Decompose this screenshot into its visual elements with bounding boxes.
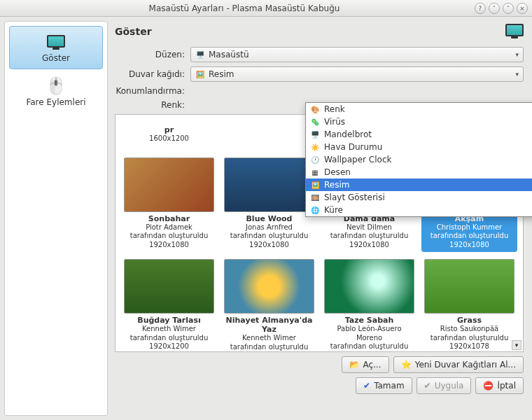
chevron-down-icon: ▾ — [515, 51, 519, 58]
maximize-button[interactable]: ˄ — [503, 3, 514, 14]
thumb-author: Christoph Kummer — [424, 223, 514, 232]
titlebar: Masaüstü Ayarları - Plasma Masaüstü Kabu… — [0, 0, 532, 17]
check-icon: ✔ — [363, 381, 370, 391]
monitor-icon — [13, 32, 99, 52]
chevron-down-icon: ▾ — [515, 71, 519, 78]
wallpaper-thumb[interactable]: Nihayet Almanya'da YazKenneth Wimertaraf… — [221, 256, 317, 352]
option-icon: 🖼️ — [310, 180, 320, 190]
option-icon: 🎨 — [310, 104, 320, 114]
option-icon: 🎞️ — [310, 192, 320, 202]
color-label: Renk: — [115, 100, 190, 110]
help-button[interactable]: ? — [475, 3, 486, 14]
wallpaper-thumb[interactable]: Blue WoodJonas Arnfredtarafından oluştur… — [221, 155, 317, 253]
monitor-icon — [505, 24, 524, 38]
thumb-title: pr — [124, 125, 214, 134]
option-icon: ▦ — [310, 167, 320, 177]
close-button[interactable]: × — [517, 3, 528, 14]
thumbnail-image — [224, 158, 314, 212]
dropdown-item[interactable]: 🦠Virüs — [306, 115, 532, 128]
wallpaper-type-dropdown: 🎨Renk🦠Virüs🖥️Mandelbrot☀️Hava Durumu🕐Wal… — [305, 102, 532, 217]
wallpaper-label: Duvar kağıdı: — [115, 69, 190, 79]
dropdown-item[interactable]: 🎞️Slayt Gösterisi — [306, 191, 532, 204]
thumb-resolution: 1920x1200 — [224, 351, 314, 352]
thumb-resolution: 1920x1080 — [324, 351, 414, 353]
apply-button[interactable]: ✔ Uygula — [416, 377, 472, 394]
thumb-title: Buğday Tarlası — [124, 316, 214, 325]
mouse-icon: 🖱️ — [12, 76, 100, 96]
option-icon: 🖥️ — [310, 130, 320, 139]
thumb-made-by: tarafından oluşturuldu — [324, 342, 414, 351]
cancel-button[interactable]: ⛔ İptal — [475, 377, 524, 394]
thumb-author: Pablo León-Asuero Moreno — [324, 325, 414, 342]
thumb-title: Sonbahar — [124, 214, 214, 223]
thumbnail-image — [124, 259, 214, 314]
get-new-wallpapers-button[interactable]: ⭐ Yeni Duvar Kağıtları Al... — [393, 356, 524, 373]
wallpaper-thumb[interactable]: pr1600x1200 — [121, 120, 217, 146]
wallpaper-combo[interactable]: 🖼️ Resim ▾ — [190, 66, 524, 82]
thumbnail-image — [124, 158, 214, 212]
wallpaper-thumb[interactable]: SonbaharPiotr Adamektarafından oluşturul… — [121, 155, 217, 253]
thumbnail-image — [424, 259, 514, 314]
thumb-made-by: tarafından oluşturuldu — [124, 334, 214, 343]
thumb-resolution: 1600x1200 — [124, 134, 214, 144]
thumb-author: Piotr Adamek — [124, 223, 214, 232]
thumb-author: Kenneth Wimer — [124, 325, 214, 334]
dropdown-item[interactable]: 🎨Renk — [306, 103, 532, 115]
thumb-resolution: 1920x1080 — [224, 241, 314, 250]
cancel-icon: ⛔ — [483, 381, 493, 391]
sidebar: Göster 🖱️ Fare Eylemleri — [4, 21, 108, 416]
option-icon: 🕐 — [310, 155, 320, 164]
thumbnail-image — [224, 259, 314, 314]
thumb-title: Nihayet Almanya'da Yaz — [224, 316, 314, 334]
scroll-down-button[interactable]: ▾ — [512, 340, 522, 350]
check-icon: ✔ — [424, 381, 431, 391]
dropdown-item[interactable]: 🕐Wallpaper Clock — [306, 153, 532, 166]
sidebar-item-show[interactable]: Göster — [9, 26, 103, 69]
thumbnail-image — [324, 259, 414, 314]
thumb-resolution: 1920x1200 — [124, 342, 214, 351]
positioning-label: Konumlandırma: — [115, 86, 190, 96]
thumb-author: Jonas Arnfred — [224, 223, 314, 232]
wallpaper-thumb[interactable]: GrassRisto Saukonpäätarafından oluşturul… — [421, 256, 517, 352]
download-icon: ⭐ — [401, 360, 412, 370]
sidebar-item-mouse-actions[interactable]: 🖱️ Fare Eylemleri — [9, 71, 103, 113]
layout-value: Masaüstü — [209, 50, 248, 59]
thumb-made-by: tarafından oluşturuldu — [224, 232, 314, 241]
image-icon: 🖼️ — [195, 69, 205, 79]
sidebar-item-label: Fare Eylemleri — [26, 97, 85, 107]
thumb-made-by: tarafından oluşturuldu — [424, 334, 514, 343]
thumb-author: Nevit Dilmen — [324, 223, 414, 232]
option-icon: ☀️ — [310, 142, 320, 152]
window-title: Masaüstü Ayarları - Plasma Masaüstü Kabu… — [149, 4, 340, 13]
wallpaper-value: Resim — [209, 69, 234, 79]
thumb-author: Kenneth Wimer — [224, 334, 314, 343]
folder-open-icon: 📂 — [349, 360, 360, 370]
thumb-made-by: tarafından oluşturuldu — [224, 343, 314, 352]
section-title: Göster — [115, 26, 152, 37]
dropdown-item[interactable]: ☀️Hava Durumu — [306, 141, 532, 153]
option-icon: 🌐 — [310, 205, 320, 215]
wallpaper-thumb[interactable]: Buğday TarlasıKenneth Wimertarafından ol… — [121, 256, 217, 352]
layout-label: Düzen: — [115, 50, 190, 59]
thumb-made-by: tarafından oluşturuldu — [324, 232, 414, 241]
thumb-made-by: tarafından oluşturuldu — [424, 232, 514, 241]
thumb-author: Risto Saukonpää — [424, 325, 514, 334]
thumb-resolution: 1920x1080 — [124, 241, 214, 250]
wallpaper-thumb[interactable]: Taze SabahPablo León-Asuero Morenotarafı… — [321, 256, 417, 352]
layout-combo[interactable]: 🖥️ Masaüstü ▾ — [190, 47, 524, 62]
thumb-resolution: 1920x1080 — [424, 241, 514, 250]
thumb-resolution: 1920x1078 — [424, 342, 514, 351]
dropdown-item[interactable]: ▦Desen — [306, 166, 532, 178]
dropdown-item[interactable]: 🌐Küre — [306, 204, 532, 216]
ok-button[interactable]: ✔ Tamam — [356, 377, 412, 394]
thumb-title: Blue Wood — [224, 214, 314, 223]
dropdown-item[interactable]: 🖥️Mandelbrot — [306, 128, 532, 141]
minimize-button[interactable]: ˅ — [489, 3, 500, 14]
thumb-title: Taze Sabah — [324, 316, 414, 325]
dropdown-item[interactable]: 🖼️Resim — [306, 178, 532, 191]
thumb-resolution: 1920x1080 — [324, 241, 414, 250]
option-icon: 🦠 — [310, 117, 320, 127]
open-button[interactable]: 📂 Aç... — [342, 356, 389, 373]
thumb-title: Grass — [424, 316, 514, 325]
thumb-made-by: tarafından oluşturuldu — [124, 232, 214, 241]
